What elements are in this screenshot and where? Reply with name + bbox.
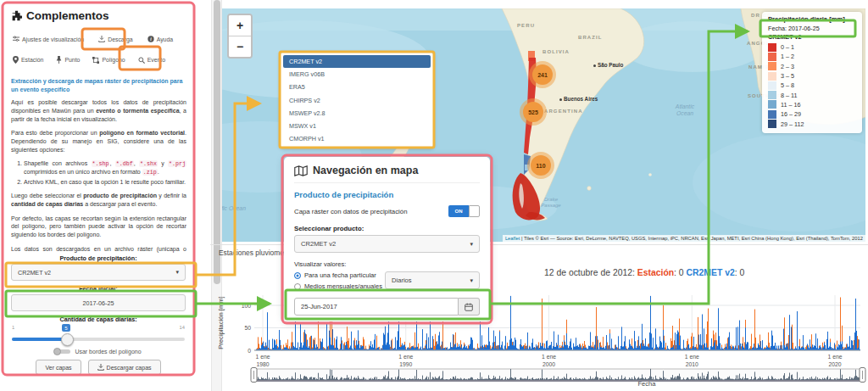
legend-row: 8 – 11 [768, 90, 856, 99]
legend-swatch [768, 120, 776, 128]
legend-range: 16 – 29 [781, 110, 801, 118]
date-picker-group [294, 298, 480, 316]
panel-title: Complementos [11, 9, 109, 22]
paragraph: Aquí es posible descargar todos los dato… [11, 98, 186, 123]
dropdown-option[interactable]: CHIRPS v2 [283, 94, 431, 107]
station-cluster-marker[interactable]: 110 [531, 155, 551, 176]
tab-ayuda[interactable]: i Ayuda [147, 36, 173, 42]
panel-tabs: Ajustes de visualización Descarga i Ayud… [13, 36, 189, 42]
daily-layers-slider[interactable]: 1 14 5 [12, 325, 185, 345]
legend-rows: 0 – 1 1 – 2 2 – 3 3 – 5 [768, 42, 856, 129]
calendar-button[interactable] [459, 298, 480, 316]
fecha-input[interactable]: 2017-06-25 [11, 294, 186, 311]
paragraph: Para esto debe proporcionar un polígono … [11, 129, 186, 154]
legend-swatch [768, 72, 776, 81]
svg-text:1 ene: 1 ene [827, 354, 842, 360]
legend-row: 16 – 29 [768, 109, 856, 119]
dialog-title: Navegación en mapa [294, 165, 480, 183]
polygon-icon [92, 57, 99, 64]
toggle-on-label: ON [448, 205, 469, 217]
dropdown-option[interactable]: MSWEP v2.8 [283, 107, 431, 120]
info-icon: i [147, 36, 154, 42]
slider-value-bubble: 5 [62, 324, 70, 332]
list-item: Archivo KML, en caso que la opción 1 le … [24, 178, 186, 187]
slider-thumb[interactable] [61, 333, 74, 346]
legend-swatch [768, 53, 776, 61]
svg-text:1 ene: 1 ene [255, 354, 270, 360]
dropdown-option[interactable]: CR2MET v2 [283, 55, 431, 68]
raster-layer-label: Capa ráster con datos de precipitación [294, 208, 408, 215]
download-icon [98, 36, 105, 42]
svg-text:1 ene: 1 ene [685, 354, 699, 360]
subtab-poligono[interactable]: Polígono [92, 56, 125, 64]
options-list: Shapefile con archivos *.shp, *.dbf, *.s… [11, 159, 186, 186]
ocean-label-pacific: Pacific Ocean [222, 205, 246, 212]
svg-text:2020: 2020 [828, 361, 841, 367]
dropdown-option[interactable]: ERA5 [283, 81, 431, 93]
slider-track[interactable] [12, 338, 185, 341]
ver-capas-button[interactable]: Ver capas [36, 360, 81, 375]
legend-row: 11 – 16 [768, 100, 856, 109]
city-label-sao-paulo: São Paulo [593, 62, 623, 68]
frequency-select[interactable]: Diarios ▾ [385, 271, 480, 289]
leaflet-link[interactable]: Leaflet [505, 236, 520, 241]
legend-range: 2 – 3 [781, 63, 794, 70]
legend-row: 2 – 3 [768, 62, 856, 71]
subtab-estacion[interactable]: Estación [13, 56, 43, 64]
legend-range: 1 – 2 [781, 53, 794, 60]
map-marker-icon [13, 56, 19, 64]
bordes-toggle[interactable] [55, 349, 70, 354]
subtab-evento[interactable]: Evento [138, 56, 165, 64]
search-icon [138, 57, 145, 64]
legend-swatch [768, 62, 776, 70]
station-cluster-marker[interactable]: 525 [523, 102, 543, 122]
svg-text:2000: 2000 [542, 361, 555, 367]
city-label-buenos-aires: Buenos Aires [559, 96, 598, 102]
scrollbar-thumb[interactable] [214, 0, 220, 284]
slider-max: 14 [180, 325, 185, 330]
map-zoom-control: + − [227, 14, 253, 59]
subtab-punto[interactable]: Punto [56, 56, 80, 64]
radio-medios[interactable]: Medios mensuales/anuales [294, 282, 382, 290]
producto-select[interactable]: CR2MET v2 ▾ [11, 264, 186, 281]
capas-label: Cantidad de capas diarias: [11, 316, 186, 323]
visualizar-row: Para una fecha particular Medios mensual… [294, 271, 480, 290]
raster-layer-row: Capa ráster con datos de precipitación O… [294, 205, 480, 217]
svg-text:1 ene: 1 ene [398, 354, 413, 360]
station-cluster-marker[interactable]: 241 [532, 64, 553, 85]
legend-product: CR2MET v2 [768, 33, 856, 41]
caret-down-icon: ▾ [175, 269, 179, 276]
svg-text:0: 0 [248, 348, 251, 354]
tab-descarga[interactable]: Descarga [98, 36, 133, 42]
bordes-label: Usar bordes del polígono [75, 349, 141, 355]
svg-text:2010: 2010 [686, 361, 698, 367]
paragraph: Por defecto, las capas se recortan según… [11, 215, 186, 239]
country-label-bolivia: BOLIVIA [542, 49, 570, 54]
radio-fecha-particular[interactable]: Para una fecha particular [294, 271, 382, 279]
legend-swatch [768, 91, 776, 99]
ocean-label-atlantic: Atlantic Ocean [659, 103, 710, 117]
legend-range: 8 – 11 [781, 92, 797, 99]
dropdown-option[interactable]: MSWX v1 [283, 120, 431, 132]
dropdown-option[interactable]: IMERG v06B [283, 68, 431, 81]
paragraph: Los datos son descargados en un archivo … [11, 245, 186, 254]
dialog-product-select[interactable]: CR2MET v2 ▾ [294, 235, 480, 253]
date-input[interactable] [294, 298, 459, 316]
svg-text:1 ene: 1 ene [542, 354, 556, 360]
legend-range: 5 – 8 [781, 81, 794, 89]
legend-swatch [768, 110, 776, 119]
svg-text:Precipitación [mm]: Precipitación [mm] [217, 296, 225, 349]
legend-swatch [768, 100, 776, 109]
zoom-in-button[interactable]: + [229, 15, 251, 36]
tab-ajustes[interactable]: Ajustes de visualización [13, 36, 84, 42]
descargar-capas-button[interactable]: Descargar capas [88, 360, 161, 375]
legend-row: 0 – 1 [768, 42, 856, 52]
caret-down-icon: ▾ [470, 241, 473, 248]
raster-layer-toggle[interactable]: ON [448, 205, 480, 217]
legend-row: 3 – 5 [768, 71, 856, 81]
dropdown-option[interactable]: CMORPH v1 [283, 132, 431, 145]
zoom-out-button[interactable]: − [229, 36, 251, 57]
map-icon [294, 165, 308, 176]
legend-swatch [768, 81, 776, 90]
slider-min: 1 [12, 325, 14, 330]
